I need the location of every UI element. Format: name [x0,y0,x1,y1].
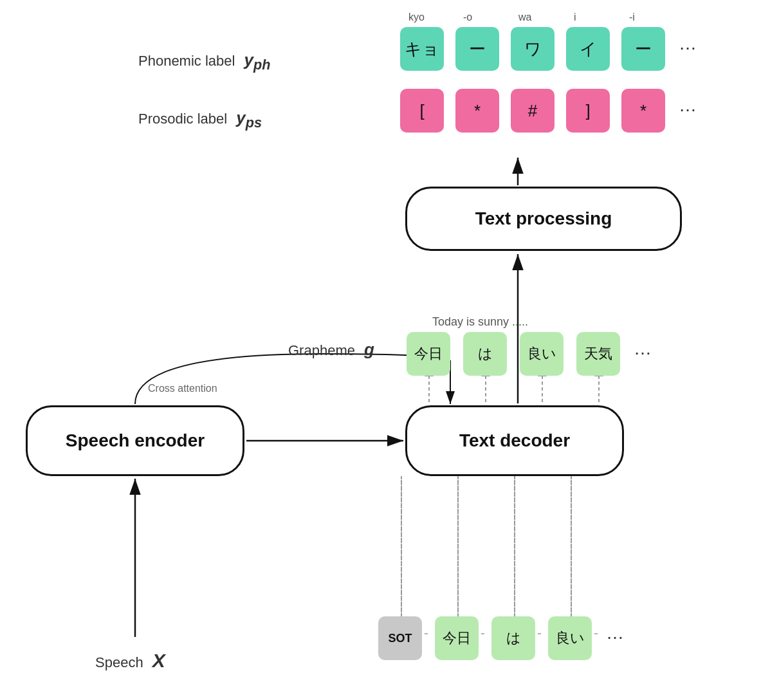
text-decoder-label: Text decoder [459,430,570,451]
diagram: Speech encoder Text decoder Text process… [0,0,770,700]
speech-math: X [152,650,165,671]
romaji-kyo: kyo [408,12,425,23]
romaji-i2: -i [629,12,635,23]
romaji-i: i [574,12,576,23]
grapheme-bottom-1: は [491,616,535,660]
prosodic-token-2: # [511,89,555,133]
today-text: Today is sunny ..... [432,315,528,329]
speech-label: Speech X [95,650,165,672]
speech-encoder-label: Speech encoder [66,430,205,451]
text-processing-box: Text processing [405,187,682,251]
phonemic-label-text: Phonemic label yph [138,50,271,73]
grapheme-label-text: Grapheme g [288,340,374,360]
grapheme-math: g [364,340,374,359]
grapheme-top-2: 良い [520,332,564,376]
grapheme-bottom-ellipsis: … [606,623,624,643]
grapheme-top-ellipsis: … [634,338,652,359]
prosodic-token-1: * [455,89,499,133]
grapheme-top-3: 天気 [576,332,620,376]
text-decoder-box: Text decoder [405,405,624,476]
cross-attention-label: Cross attention [148,383,217,394]
speech-encoder-box: Speech encoder [26,405,244,476]
grapheme-bottom-2: 良い [548,616,592,660]
grapheme-top-1: は [463,332,507,376]
text-processing-label: Text processing [475,208,612,229]
prosodic-token-3: ] [566,89,610,133]
phonemic-token-4: ー [621,27,665,71]
phonemic-token-1: ー [455,27,499,71]
prosodic-label-text: Prosodic label yps [138,108,262,131]
prosodic-token-0: [ [400,89,444,133]
phonemic-math: yph [244,50,271,69]
prosodic-math: yps [236,108,262,127]
romaji-o: -o [463,12,472,23]
sot-token: SOT [378,616,422,660]
prosodic-ellipsis: … [679,95,697,116]
phonemic-token-0: キョ [400,27,444,71]
grapheme-bottom-0: 今日 [435,616,479,660]
prosodic-token-4: * [621,89,665,133]
phonemic-token-3: イ [566,27,610,71]
phonemic-ellipsis: … [679,33,697,54]
phonemic-token-2: ワ [511,27,555,71]
grapheme-top-0: 今日 [407,332,450,376]
romaji-wa: wa [518,12,531,23]
